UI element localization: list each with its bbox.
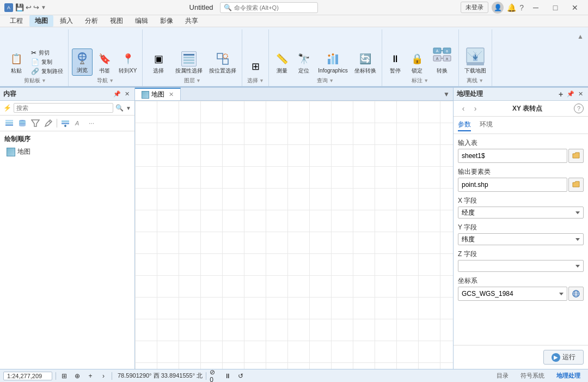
map-tab[interactable]: 地图 ✕ <box>135 88 181 100</box>
more-options-button[interactable]: ··· <box>85 117 97 129</box>
right-panel-pin-button[interactable]: 📌 <box>566 90 575 99</box>
copy-button[interactable]: 📄 复制 <box>29 58 65 66</box>
clipboard-expand[interactable]: ▼ <box>41 78 46 83</box>
infographics-button[interactable]: Infographics <box>316 50 350 76</box>
scale-display[interactable]: 1:24,277,209 <box>3 372 52 380</box>
nav-forward-button[interactable]: › <box>470 103 481 114</box>
x-field-select[interactable]: 经度 <box>458 207 584 219</box>
content-search-dropdown[interactable]: ▼ <box>126 105 131 111</box>
menu-share[interactable]: 共享 <box>180 15 204 27</box>
status-tab-catalog[interactable]: 目录 <box>492 371 513 380</box>
minimize-button[interactable]: ─ <box>527 2 544 13</box>
annotation-convert-button[interactable]: A a A a 转换 <box>429 45 455 76</box>
select-by-attr-button[interactable]: 按属性选择 <box>173 50 205 76</box>
menu-map[interactable]: 地图 <box>29 15 53 27</box>
browse-folder-icon <box>572 152 580 160</box>
right-panel-close-button[interactable]: ✕ <box>576 90 585 99</box>
layer-expand[interactable]: ▼ <box>196 78 201 83</box>
coord-sys-select[interactable]: GCS_WGS_1984 <box>458 287 567 301</box>
extent-btn[interactable]: ⊞ <box>59 371 69 381</box>
label-button[interactable]: A <box>72 117 84 129</box>
right-panel-add-button[interactable]: + <box>556 90 565 99</box>
coord-sys-globe-button[interactable] <box>568 287 584 301</box>
plus-btn[interactable]: + <box>85 371 95 381</box>
pause-status-btn[interactable]: ⏸ <box>223 371 232 381</box>
help-button[interactable]: ? <box>574 104 584 113</box>
download-map-button[interactable]: 下载地图 <box>462 45 488 76</box>
map-canvas[interactable] <box>135 101 453 369</box>
panel-close-button[interactable]: ✕ <box>122 90 131 99</box>
menu-view[interactable]: 视图 <box>105 15 128 27</box>
layer-view-button[interactable] <box>3 117 15 129</box>
goto-xy-button[interactable]: 📍 转到XY <box>117 50 139 76</box>
database-view-button[interactable] <box>16 117 28 129</box>
dropdown-icon[interactable]: ▼ <box>41 4 46 10</box>
save-icon[interactable]: 💾 <box>15 3 24 11</box>
tab-env[interactable]: 环境 <box>480 119 493 131</box>
login-button[interactable]: 未登录 <box>461 2 488 13</box>
menu-edit[interactable]: 编辑 <box>130 15 154 27</box>
annotation-label: 标注 ▼ <box>385 76 455 85</box>
browse-button[interactable]: 浏览 <box>72 48 93 76</box>
refresh-btn[interactable]: ↺ <box>236 371 246 381</box>
tab-dropdown[interactable]: ▼ <box>440 90 453 98</box>
command-search[interactable]: 🔍 <box>220 2 318 13</box>
menu-analysis[interactable]: 分析 <box>79 15 103 27</box>
undo-icon[interactable]: ↩ <box>26 3 32 11</box>
measure-button[interactable]: 📏 测量 <box>272 50 292 76</box>
select-button[interactable]: ▣ 选择 <box>146 50 171 76</box>
right-panel-header: 地理处理 + 📌 ✕ <box>454 88 588 101</box>
input-table-browse-button[interactable] <box>568 149 584 163</box>
nav-arrows: ‹ › <box>458 103 481 114</box>
coord-convert-button[interactable]: 🔄 坐标转换 <box>352 50 378 76</box>
output-feature-browse-button[interactable] <box>568 178 584 192</box>
z-field-select[interactable] <box>458 260 584 272</box>
annotation-expand[interactable]: ▼ <box>424 78 428 83</box>
query-expand[interactable]: ▼ <box>329 78 334 83</box>
nav-back-button[interactable]: ‹ <box>458 103 469 114</box>
selection-expand[interactable]: ▼ <box>259 78 264 83</box>
close-button[interactable]: ✕ <box>566 2 584 13</box>
status-tab-geoprocessing[interactable]: 地理处理 <box>552 371 585 380</box>
input-table-field[interactable] <box>458 149 567 163</box>
menu-project[interactable]: 工程 <box>4 15 28 27</box>
select-by-location-button[interactable]: 按位置选择 <box>207 50 238 76</box>
map-layer-item[interactable]: 地图 <box>4 146 130 157</box>
run-button[interactable]: ▶ 运行 <box>543 350 584 365</box>
cut-button[interactable]: ✂ 剪切 <box>29 48 65 57</box>
help-icon[interactable]: ? <box>519 3 524 12</box>
sel-small-button[interactable]: ⊞ <box>246 57 265 76</box>
notification-icon[interactable]: 🔔 <box>507 3 516 12</box>
content-search-icon[interactable]: 🔍 <box>115 104 124 112</box>
search-input[interactable] <box>234 4 305 11</box>
sync-btn[interactable]: ⊕ <box>72 371 82 381</box>
locate-button[interactable]: 🔭 定位 <box>294 50 314 76</box>
output-feature-field[interactable] <box>458 178 567 192</box>
bookmark-button[interactable]: 🔖 书签 <box>95 50 114 76</box>
paste-button[interactable]: 📋 粘贴 <box>5 50 27 76</box>
pause-button[interactable]: ⏸ 暂停 <box>385 50 405 76</box>
ribbon-collapse-button[interactable]: ▲ <box>575 32 586 41</box>
map-tab-close[interactable]: ✕ <box>169 91 174 98</box>
lock-button[interactable]: 🔒 锁定 <box>407 50 427 76</box>
filter-button[interactable] <box>29 117 41 129</box>
navigation-expand[interactable]: ▼ <box>109 78 114 83</box>
redo-icon[interactable]: ↪ <box>33 3 39 11</box>
tab-params[interactable]: 参数 <box>458 119 471 131</box>
layer-label: 图层 ▼ <box>146 76 238 85</box>
offline-expand[interactable]: ▼ <box>479 78 483 83</box>
content-search-input[interactable] <box>14 103 113 113</box>
add-layer-button[interactable] <box>59 117 71 129</box>
maximize-button[interactable]: □ <box>547 2 564 13</box>
nav-tabs: XY 表转点 <box>512 104 542 113</box>
copy-path-button[interactable]: 🔗 复制路径 <box>29 67 65 76</box>
menu-imagery[interactable]: 影像 <box>155 15 179 27</box>
svg-rect-11 <box>223 59 228 64</box>
status-tab-symbology[interactable]: 符号系统 <box>516 371 549 380</box>
y-field-select[interactable]: 纬度 <box>458 233 584 245</box>
status-separator-1 <box>56 372 56 380</box>
nav-right-btn[interactable]: › <box>99 371 108 381</box>
draw-button[interactable] <box>42 117 54 129</box>
menu-insert[interactable]: 插入 <box>54 15 78 27</box>
panel-pin-button[interactable]: 📌 <box>113 90 121 99</box>
